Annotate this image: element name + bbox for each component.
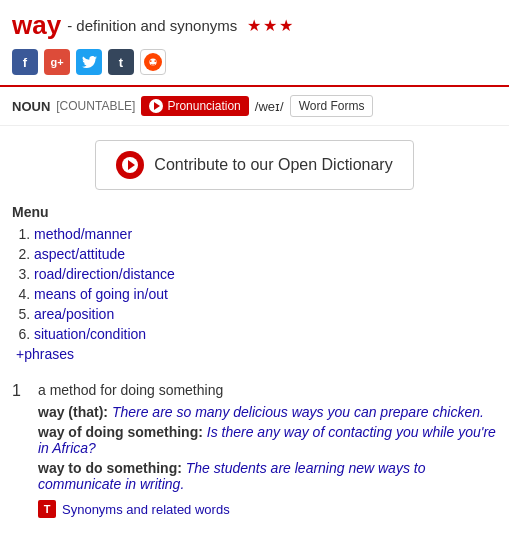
menu-list: method/manner aspect/attitude road/direc… — [12, 226, 497, 342]
menu-link-1[interactable]: method/manner — [34, 226, 132, 242]
menu-item-4: means of going in/out — [34, 286, 497, 302]
contribute-section: Contribute to our Open Dictionary — [0, 126, 509, 204]
menu-link-6[interactable]: situation/condition — [34, 326, 146, 342]
social-row: f g+ t — [12, 49, 497, 75]
star-1: ★ — [247, 16, 261, 35]
word-title: way — [12, 10, 61, 41]
menu-item-2: aspect/attitude — [34, 246, 497, 262]
usage-key-2: way of doing something: — [38, 424, 203, 440]
definition-section: 1 a method for doing something way (that… — [0, 370, 509, 534]
contribute-button[interactable]: Contribute to our Open Dictionary — [95, 140, 413, 190]
menu-title: Menu — [12, 204, 497, 220]
menu-item-5: area/position — [34, 306, 497, 322]
star-2: ★ — [263, 16, 277, 35]
star-3: ★ — [279, 16, 293, 35]
svg-point-3 — [154, 60, 156, 62]
menu-link-4[interactable]: means of going in/out — [34, 286, 168, 302]
title-dash: - definition and synonyms — [67, 17, 237, 34]
noun-row: NOUN [COUNTABLE] Pronunciation /weɪ/ Wor… — [0, 87, 509, 126]
definition-number: 1 — [12, 382, 26, 518]
menu-item-1: method/manner — [34, 226, 497, 242]
definition-row: 1 a method for doing something way (that… — [12, 382, 497, 518]
play-icon — [149, 99, 163, 113]
svg-point-1 — [149, 58, 156, 65]
word-forms-button[interactable]: Word Forms — [290, 95, 374, 117]
usage-3: way to do something: The students are le… — [38, 460, 497, 492]
menu-link-3[interactable]: road/direction/distance — [34, 266, 175, 282]
reddit-icon[interactable] — [140, 49, 166, 75]
tumblr-icon[interactable]: t — [108, 49, 134, 75]
menu-section: Menu method/manner aspect/attitude road/… — [0, 204, 509, 370]
pos-label: NOUN — [12, 99, 50, 114]
pronunciation-button[interactable]: Pronunciation — [141, 96, 248, 116]
contribute-logo — [116, 151, 144, 179]
usage-1: way (that): There are so many delicious … — [38, 404, 497, 420]
phrases-link[interactable]: +phrases — [16, 346, 74, 362]
contribute-label: Contribute to our Open Dictionary — [154, 156, 392, 174]
synonyms-label[interactable]: Synonyms and related words — [62, 502, 230, 517]
facebook-icon[interactable]: f — [12, 49, 38, 75]
title-row: way - definition and synonyms ★ ★ ★ — [12, 10, 497, 41]
google-plus-icon[interactable]: g+ — [44, 49, 70, 75]
twitter-icon[interactable] — [76, 49, 102, 75]
menu-link-5[interactable]: area/position — [34, 306, 114, 322]
menu-item-6: situation/condition — [34, 326, 497, 342]
phonetic-text: /weɪ/ — [255, 99, 284, 114]
synonyms-row: T Synonyms and related words — [38, 500, 497, 518]
usage-key-3: way to do something: — [38, 460, 182, 476]
svg-point-2 — [150, 60, 152, 62]
contribute-logo-inner — [122, 157, 138, 173]
usage-example-1: There are so many delicious ways you can… — [112, 404, 484, 420]
star-rating: ★ ★ ★ — [247, 16, 293, 35]
definition-text: a method for doing something — [38, 382, 497, 398]
play-arrow-icon — [128, 160, 135, 170]
definition-content: a method for doing something way (that):… — [38, 382, 497, 518]
usage-key-1: way (that): — [38, 404, 108, 420]
menu-link-2[interactable]: aspect/attitude — [34, 246, 125, 262]
synonyms-icon-letter: T — [44, 503, 51, 515]
synonyms-icon: T — [38, 500, 56, 518]
usage-2: way of doing something: Is there any way… — [38, 424, 497, 456]
menu-item-3: road/direction/distance — [34, 266, 497, 282]
pronunciation-label: Pronunciation — [167, 99, 240, 113]
page-header: way - definition and synonyms ★ ★ ★ f g+… — [0, 0, 509, 87]
count-label: [COUNTABLE] — [56, 99, 135, 113]
